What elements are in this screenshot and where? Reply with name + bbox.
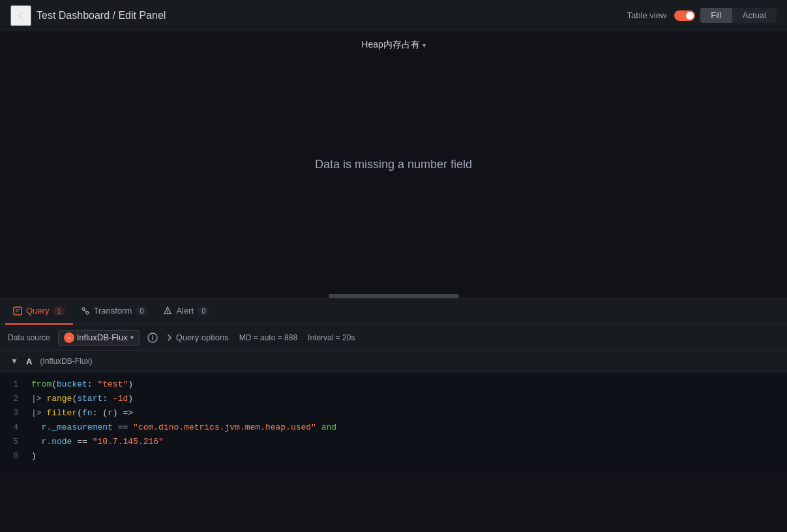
table-view-toggle[interactable] <box>674 10 695 21</box>
page-title: Test Dashboard / Edit Panel <box>37 10 627 22</box>
svg-point-11 <box>152 335 153 336</box>
tab-transform-badge: 0 <box>136 306 147 316</box>
tab-alert-badge: 0 <box>198 306 209 316</box>
query-meta: MD = auto = 888 Interval = 20s <box>239 333 355 342</box>
line-num-1: 1 <box>8 377 18 392</box>
data-source-label: Data source <box>8 333 50 342</box>
code-line-6: ) <box>31 449 782 464</box>
chart-title[interactable]: Heap内存占有 ▾ <box>361 39 425 51</box>
md-value: MD = auto = 888 <box>239 333 297 342</box>
back-button[interactable] <box>10 5 31 26</box>
chart-title-text: Heap内存占有 <box>361 39 419 51</box>
tab-alert[interactable]: Alert 0 <box>155 299 217 325</box>
tab-transform[interactable]: Transform 0 <box>73 299 156 325</box>
tab-alert-label: Alert <box>176 306 194 316</box>
expand-icon <box>166 334 173 342</box>
query-options-expand[interactable]: Query options <box>166 332 229 342</box>
svg-point-7 <box>168 312 168 313</box>
alert-icon <box>163 306 172 316</box>
info-icon <box>147 332 158 343</box>
datasource-name: InfluxDB-Flux <box>77 332 128 342</box>
line-num-2: 2 <box>8 392 18 406</box>
query-label: A <box>26 357 32 366</box>
code-editor[interactable]: 1 2 3 4 5 6 from(bucket: "test") |> rang… <box>0 372 787 469</box>
query-sublabel: (InfluxDB-Flux) <box>40 357 92 366</box>
tabs-bar: Query 1 Transform 0 Alert 0 <box>0 299 787 325</box>
table-view-label: Table view <box>627 10 667 20</box>
line-num-4: 4 <box>8 421 18 435</box>
code-line-3: |> filter(fn: (r) => <box>31 406 782 421</box>
svg-line-5 <box>83 310 87 312</box>
actual-button[interactable]: Actual <box>732 8 777 23</box>
code-line-5: r.node == "10.7.145.216" <box>31 435 782 449</box>
header: Test Dashboard / Edit Panel Table view F… <box>0 0 787 31</box>
tab-transform-label: Transform <box>94 306 132 316</box>
query-options-bar: Data source InfluxDB-Flux ▾ Query option… <box>0 325 787 351</box>
datasource-info-button[interactable] <box>145 330 160 346</box>
svg-point-4 <box>86 312 89 314</box>
code-line-1: from(bucket: "test") <box>31 377 782 392</box>
datasource-chevron-icon: ▾ <box>130 334 134 341</box>
query-collapse-button[interactable]: ▼ <box>8 355 21 368</box>
datasource-selector[interactable]: InfluxDB-Flux ▾ <box>58 330 140 346</box>
fill-button[interactable]: Fill <box>700 8 732 23</box>
line-num-5: 5 <box>8 435 18 449</box>
line-num-3: 3 <box>8 406 18 421</box>
tab-query-label: Query <box>26 306 49 316</box>
transform-icon <box>81 306 90 316</box>
tab-query-badge: 1 <box>53 306 65 316</box>
line-numbers: 1 2 3 4 5 6 <box>0 377 26 464</box>
chevron-down-icon: ▾ <box>423 42 426 49</box>
code-line-4: r._measurement == "com.dino.metrics.jvm.… <box>31 421 782 435</box>
tab-query[interactable]: Query 1 <box>5 299 73 325</box>
chart-area: Heap内存占有 ▾ Data is missing a number fiel… <box>0 31 787 299</box>
influxdb-icon <box>64 332 74 343</box>
svg-point-3 <box>82 308 85 310</box>
code-line-2: |> range(start: -1d) <box>31 392 782 406</box>
chart-resize-handle[interactable] <box>329 294 459 298</box>
query-panel-header: ▼ A (InfluxDB-Flux) <box>0 351 787 372</box>
chart-empty-message: Data is missing a number field <box>315 158 472 171</box>
line-num-6: 6 <box>8 449 18 464</box>
interval-value: Interval = 20s <box>308 333 355 342</box>
query-options-label: Query options <box>176 332 229 342</box>
header-controls: Table view Fill Actual <box>627 8 777 23</box>
svg-rect-0 <box>14 307 22 315</box>
collapse-icon: ▼ <box>10 357 18 366</box>
query-icon <box>13 306 22 316</box>
code-content[interactable]: from(bucket: "test") |> range(start: -1d… <box>26 377 787 464</box>
fill-actual-toggle: Fill Actual <box>700 8 777 23</box>
